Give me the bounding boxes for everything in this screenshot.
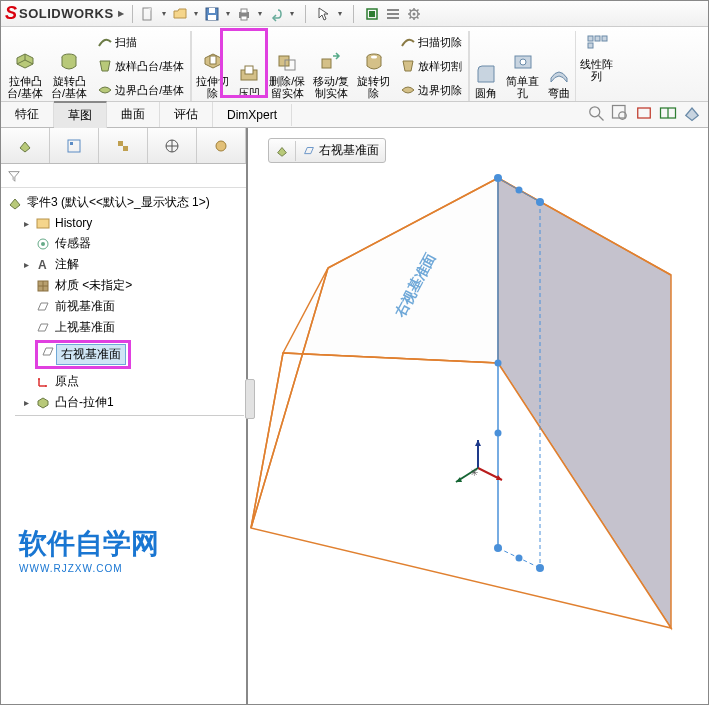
indent-button[interactable]: 压凹 [233,60,265,101]
tab-feature[interactable]: 特征 [1,102,54,127]
filter-bar[interactable] [1,164,246,188]
tree-origin[interactable]: 原点 [3,371,244,392]
print-icon[interactable] [235,5,253,23]
tree-annotations[interactable]: ▸ A 注解 [3,254,244,275]
separator [132,5,133,23]
chevron-down-icon[interactable]: ▾ [256,9,264,18]
extrude-cut-button[interactable]: 拉伸切 除 [192,48,233,101]
loft-cut-button[interactable]: 放样切割 [398,55,464,77]
annotation-icon: A [35,257,51,273]
move-copy-button[interactable]: 移动/复 制实体 [309,48,353,101]
tab-sketch[interactable]: 草图 [54,101,107,128]
new-file-icon[interactable] [139,5,157,23]
boundary-boss-button[interactable]: 边界凸台/基体 [95,79,186,101]
app-name: SOLIDWORKS [19,6,114,21]
funnel-icon [7,169,21,183]
revolve-cut-button[interactable]: 旋转切 除 [353,48,394,101]
svg-rect-34 [68,140,80,152]
separator [305,5,306,23]
expand-icon[interactable]: ▸ [21,397,31,408]
svg-point-50 [536,198,544,206]
svg-text:A: A [38,258,47,272]
display-tab[interactable] [197,128,246,163]
app-logo[interactable]: S SOLIDWORKS ▶ [5,3,126,24]
boundary-cut-button[interactable]: 边界切除 [398,79,464,101]
tree-history[interactable]: ▸ History [3,213,244,233]
svg-rect-3 [208,15,216,20]
swept-cut-button[interactable]: 扫描切除 [398,31,464,53]
fillet-button[interactable]: 圆角 [470,60,502,101]
save-icon[interactable] [203,5,221,23]
chevron-down-icon[interactable]: ▾ [160,9,168,18]
chevron-down-icon[interactable]: ▾ [336,9,344,18]
config-tab[interactable] [99,128,148,163]
svg-rect-27 [602,36,607,41]
dimxpert-tab[interactable] [148,128,197,163]
undo-icon[interactable] [267,5,285,23]
svg-rect-9 [387,9,399,11]
extrude-boss-button[interactable]: 拉伸凸 台/基体 [3,48,47,101]
chevron-right-icon[interactable]: ▶ [116,9,126,18]
breadcrumb-plane[interactable]: 右视基准面 [296,139,385,162]
feature-tree-tab[interactable] [1,128,50,163]
svg-rect-26 [595,36,600,41]
origin-icon [35,374,51,390]
revolve-boss-button[interactable]: 旋转凸 台/基体 [47,48,91,101]
expand-icon[interactable]: ▸ [21,218,31,229]
rebuild-icon[interactable] [363,5,381,23]
svg-rect-28 [588,43,593,48]
tree-sensors[interactable]: 传感器 [3,233,244,254]
tab-evaluate[interactable]: 评估 [160,102,213,127]
graphics-viewport[interactable]: 右视基准面 [248,128,708,705]
simple-hole-button[interactable]: 简单直 孔 [502,48,543,101]
loft-boss-button[interactable]: 放样凸台/基体 [95,55,186,77]
display-style-icon[interactable] [682,103,702,123]
tab-surface[interactable]: 曲面 [107,102,160,127]
zoom-fit-icon[interactable] [586,103,606,123]
svg-rect-35 [70,142,73,145]
sweep-button[interactable]: 扫描 [95,31,186,53]
plane-icon [40,344,56,360]
zoom-area-icon[interactable] [610,103,630,123]
chevron-down-icon[interactable]: ▾ [224,9,232,18]
section-view-icon[interactable] [658,103,678,123]
panel-collapse-handle[interactable] [245,379,255,419]
plane-icon [35,320,51,336]
chevron-down-icon[interactable]: ▾ [192,9,200,18]
settings-gear-icon[interactable] [405,5,423,23]
breadcrumb-part[interactable] [269,141,296,161]
view-toolbar [586,103,702,123]
svg-rect-11 [387,17,399,19]
previous-view-icon[interactable] [634,103,654,123]
quick-access-toolbar: ▾ ▾ ▾ ▾ ▾ ▾ [139,5,423,23]
svg-point-13 [412,12,415,15]
tree-top-plane[interactable]: 上视基准面 [3,317,244,338]
separator [353,5,354,23]
tree-material[interactable]: 材质 <未指定> [3,275,244,296]
svg-rect-36 [118,141,123,146]
solidworks-s-icon: S [5,3,17,24]
feature-manager-panel: 零件3 (默认<<默认>_显示状态 1>) ▸ History 传感器 ▸ A … [1,128,248,705]
svg-rect-8 [369,11,375,17]
panel-tabs [1,128,246,164]
open-file-icon[interactable] [171,5,189,23]
property-tab[interactable] [50,128,99,163]
options-icon[interactable] [384,5,402,23]
tree-boss-extrude[interactable]: ▸ 凸台-拉伸1 [3,392,244,413]
svg-rect-32 [638,108,651,118]
tab-dimxpert[interactable]: DimXpert [213,104,292,126]
plane-icon [35,299,51,315]
tree-root[interactable]: 零件3 (默认<<默认>_显示状态 1>) [3,192,244,213]
expand-icon[interactable]: ▸ [21,259,31,270]
flex-button[interactable]: 弯曲 [543,60,575,101]
linear-pattern-button[interactable]: 线性阵 列 [575,31,617,101]
tree-right-plane[interactable]: 右视基准面 [3,338,244,371]
tree-front-plane[interactable]: 前视基准面 [3,296,244,317]
delete-keep-button[interactable]: 删除/保 留实体 [265,48,309,101]
select-cursor-icon[interactable] [315,5,333,23]
rollback-bar[interactable] [15,415,244,416]
title-bar: S SOLIDWORKS ▶ ▾ ▾ ▾ ▾ ▾ ▾ [1,1,708,27]
ribbon-features: 拉伸凸 台/基体 旋转凸 台/基体 扫描 放样凸台/基体 边界凸台/基体 拉伸切… [1,27,708,102]
chevron-down-icon[interactable]: ▾ [288,9,296,18]
svg-point-53 [495,360,502,367]
